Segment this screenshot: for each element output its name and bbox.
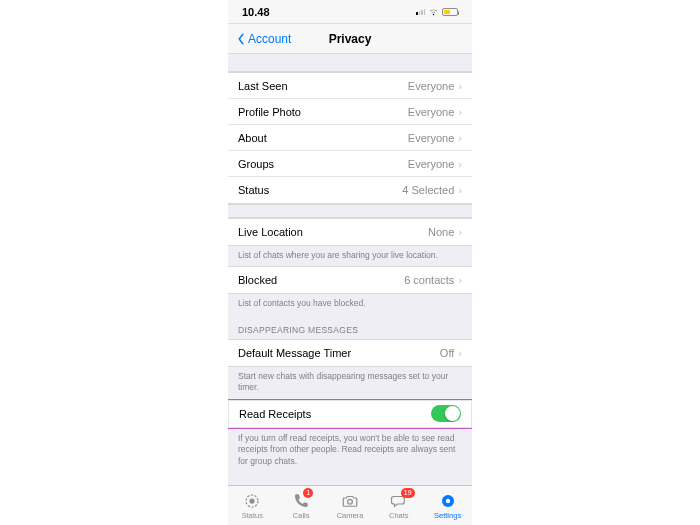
camera-icon xyxy=(341,492,359,510)
tab-status[interactable]: Status xyxy=(228,486,277,525)
row-label: Default Message Timer xyxy=(238,347,351,359)
battery-icon xyxy=(442,8,458,16)
row-default-timer[interactable]: Default Message Timer Off› xyxy=(228,340,472,366)
header-disappearing: DISAPPEARING MESSAGES xyxy=(228,315,472,340)
status-bar: 10.48 xyxy=(228,0,472,24)
row-label: Blocked xyxy=(238,274,277,286)
footer-blocked: List of contacts you have blocked. xyxy=(228,294,472,314)
row-value: Everyone xyxy=(408,80,454,92)
row-label: About xyxy=(238,132,267,144)
row-label: Groups xyxy=(238,158,274,170)
nav-header: Account Privacy xyxy=(228,24,472,54)
footer-live-location: List of chats where you are sharing your… xyxy=(228,246,472,266)
wifi-icon xyxy=(428,6,439,18)
status-indicators xyxy=(416,6,458,18)
page-title: Privacy xyxy=(228,32,472,46)
chevron-right-icon: › xyxy=(458,132,462,144)
row-label: Read Receipts xyxy=(239,408,311,420)
row-value: Off xyxy=(440,347,454,359)
chevron-right-icon: › xyxy=(458,106,462,118)
tab-camera[interactable]: Camera xyxy=(326,486,375,525)
privacy-settings-screen: 10.48 Account Privacy Last Seen Everyone… xyxy=(228,0,472,525)
badge: 19 xyxy=(401,488,415,498)
svg-point-1 xyxy=(250,498,255,503)
row-read-receipts: Read Receipts xyxy=(228,400,472,428)
status-time: 10.48 xyxy=(242,6,270,18)
row-label: Status xyxy=(238,184,269,196)
read-receipts-highlight: Read Receipts xyxy=(228,399,472,429)
signal-icon xyxy=(416,9,425,15)
tab-label: Settings xyxy=(434,511,461,520)
row-value: Everyone xyxy=(408,158,454,170)
row-last-seen[interactable]: Last Seen Everyone› xyxy=(228,73,472,99)
tab-chats[interactable]: 19 Chats xyxy=(374,486,423,525)
row-label: Profile Photo xyxy=(238,106,301,118)
row-value: 4 Selected xyxy=(402,184,454,196)
chevron-right-icon: › xyxy=(458,184,462,196)
row-status[interactable]: Status 4 Selected› xyxy=(228,177,472,203)
row-value: Everyone xyxy=(408,132,454,144)
gear-icon xyxy=(439,492,457,510)
chevron-right-icon: › xyxy=(458,158,462,170)
footer-default-timer: Start new chats with disappearing messag… xyxy=(228,367,472,399)
svg-point-4 xyxy=(445,498,450,503)
chevron-right-icon: › xyxy=(458,226,462,238)
tab-label: Chats xyxy=(389,511,409,520)
svg-point-2 xyxy=(348,499,353,504)
row-value: None xyxy=(428,226,454,238)
chevron-right-icon: › xyxy=(458,80,462,92)
tab-bar: Status 1 Calls Camera 19 Chats S xyxy=(228,485,472,525)
tab-label: Calls xyxy=(293,511,310,520)
row-groups[interactable]: Groups Everyone› xyxy=(228,151,472,177)
row-profile-photo[interactable]: Profile Photo Everyone› xyxy=(228,99,472,125)
tab-calls[interactable]: 1 Calls xyxy=(277,486,326,525)
badge: 1 xyxy=(303,488,313,498)
settings-list: Last Seen Everyone› Profile Photo Everyo… xyxy=(228,54,472,472)
row-live-location[interactable]: Live Location None› xyxy=(228,219,472,245)
tab-label: Status xyxy=(242,511,263,520)
status-icon xyxy=(243,492,261,510)
footer-read-receipts: If you turn off read receipts, you won't… xyxy=(228,429,472,472)
row-about[interactable]: About Everyone› xyxy=(228,125,472,151)
chevron-right-icon: › xyxy=(458,274,462,286)
row-blocked[interactable]: Blocked 6 contacts› xyxy=(228,267,472,293)
read-receipts-toggle[interactable] xyxy=(431,405,461,422)
tab-label: Camera xyxy=(337,511,364,520)
row-label: Last Seen xyxy=(238,80,288,92)
row-label: Live Location xyxy=(238,226,303,238)
chevron-right-icon: › xyxy=(458,347,462,359)
row-value: 6 contacts xyxy=(404,274,454,286)
row-value: Everyone xyxy=(408,106,454,118)
tab-settings[interactable]: Settings xyxy=(423,486,472,525)
